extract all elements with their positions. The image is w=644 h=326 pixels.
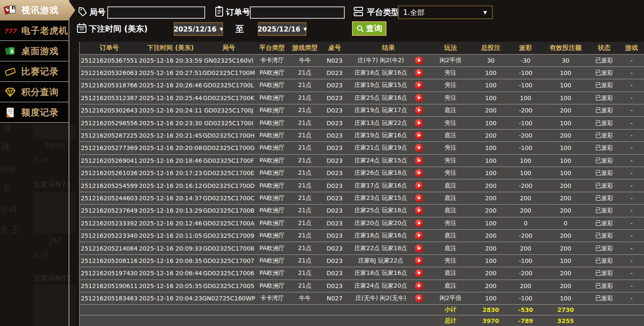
cell-valid: 2730 [542,305,589,315]
cell-play: 底注 [429,192,472,204]
play-video-icon[interactable] [415,69,423,77]
date-from-picker[interactable]: 2025/12/16 ▼ [174,22,223,36]
round-number-input[interactable] [107,6,205,19]
column-header-7: 结果 [348,42,429,54]
platform-type-value: 1.全部 [403,8,424,17]
sidebar-item-table-games[interactable]: $ 桌面游戏 [0,41,69,61]
cell-status: 已派彩 [589,117,619,129]
cell-play: 旁注 [429,154,472,167]
cell-game_detail: - [619,142,644,154]
cell-bet: 200 [472,229,509,242]
cell-round: GD02325C1700F [202,154,255,167]
cell-platform: PA欧洲厅 [255,66,289,79]
play-video-icon[interactable] [415,132,423,140]
cell-round: GN02325C160VI [202,54,255,66]
platform-type-select[interactable]: 1.全部 ▼ [398,6,493,19]
play-video-icon[interactable] [415,94,423,102]
cell-play: 底注 [429,267,472,280]
play-video-icon[interactable] [415,119,423,127]
sidebar-item-points-inquiry[interactable]: 积分查询 [0,82,69,102]
order-number-input[interactable] [250,6,345,19]
cell-table_no: D023 [321,229,349,242]
cell-status: 已派彩 [589,142,619,154]
backdrop-text: 台 [3,182,12,194]
cell-payout: -530 [509,305,542,315]
cell-payout: -789 [509,315,542,326]
cell-platform: PA欧洲厅 [255,104,289,117]
cell-payout: -100 [509,142,542,154]
cell-play: 旁注 [429,142,472,154]
cell-status: 已派彩 [589,254,619,267]
cell-round: GD02325C1700A [202,217,255,229]
play-video-icon[interactable] [415,244,423,252]
play-video-icon[interactable] [415,156,423,164]
date-range-to-label: 至 [235,23,244,35]
cell-game_type: 21点 [289,66,321,79]
cell-valid: 200 [542,242,589,254]
date-to-picker[interactable]: 2025/12/16 ▼ [258,22,306,36]
cell-order: 251216205214084 [80,242,139,254]
chevron-down-icon: ▼ [303,26,307,32]
sidebar-item-match-records[interactable]: 比赛记录 [0,61,69,82]
cell-order: 251216205277369 [80,142,139,154]
cell-order: 251216205312387 [80,92,139,104]
table-row: 2512162052140842025-12-16 20:09:33GD0232… [80,242,644,254]
play-video-icon[interactable] [415,294,423,303]
cell-bet: 3970 [472,315,509,326]
play-video-icon[interactable] [415,232,423,240]
cell-game_detail: - [619,154,644,167]
cell-bet: 30 [472,54,509,66]
calendar-icon [76,23,87,35]
cell-game_detail: - [619,254,644,267]
play-video-icon[interactable] [415,219,423,227]
play-video-icon[interactable] [415,182,423,190]
svg-text:9: 9 [13,6,15,10]
cell-game_detail: - [619,54,644,66]
cell-game_type: 21点 [289,79,321,92]
play-video-icon[interactable] [415,207,423,215]
cell-result: 庄家19点 玩家15点 [348,79,429,92]
cell-game_type: 21点 [289,154,321,167]
play-video-icon[interactable] [415,257,423,265]
cell-game_type: 21点 [289,129,321,141]
play-video-icon[interactable] [415,107,423,115]
sidebar-item-credit-records[interactable]: 额度记录 [0,102,69,123]
cell-round: GD02325C1700B [202,205,255,217]
cell-order: 251216205287225 [80,129,139,141]
cell-game_detail: - [619,129,644,141]
result-text: 庄家BJ 玩家22点 [358,257,404,265]
cell-valid: 100 [542,66,589,79]
play-video-icon[interactable] [415,169,423,177]
column-header-5: 游戏类型 [289,42,321,54]
cell-round: GD02325C1700H [202,129,255,141]
cell-result: 庄家20点 玩家20点 [348,217,429,229]
play-video-icon[interactable] [415,282,423,290]
table-row: 2512162052376492025-12-16 20:13:29GD0232… [80,205,644,217]
cell-platform: PA欧洲厅 [255,154,289,167]
sidebar-item-video-games[interactable]: K 9 视讯游戏 [0,0,75,20]
cell-round: GD02325C1700K [202,92,255,104]
play-video-icon[interactable] [415,194,423,202]
cell-table_no: D023 [321,280,349,292]
result-text: 庄家25点 玩家16点 [355,94,407,102]
cell-valid: 30 [542,54,589,66]
cell-play: 底注 [429,179,472,192]
column-header-6: 桌号 [321,42,349,54]
cell-empty [589,315,644,326]
play-video-icon[interactable] [415,56,423,64]
cell-table_no: D023 [321,167,349,179]
cell-time: 2025-12-16 20:14:37 [139,192,202,204]
search-button[interactable]: 查询 [352,21,386,36]
cell-status: 已派彩 [589,217,619,229]
play-video-icon[interactable] [415,81,423,89]
play-video-icon[interactable] [415,144,423,152]
sidebar-item-slots[interactable]: 777 电子老虎机 [0,20,69,41]
cell-time: 2025-12-16 20:21:45 [139,129,202,141]
table-row: 2512162051974302025-12-16 20:06:44GD0232… [80,267,644,280]
subtotal-row-label: 小计 [429,305,472,315]
cell-valid: 100 [542,292,589,304]
column-header-3: 局号 [202,42,255,54]
backdrop-text: 百家乐N73 [33,180,71,190]
cell-table_no: D023 [321,254,349,267]
play-video-icon[interactable] [415,269,423,277]
